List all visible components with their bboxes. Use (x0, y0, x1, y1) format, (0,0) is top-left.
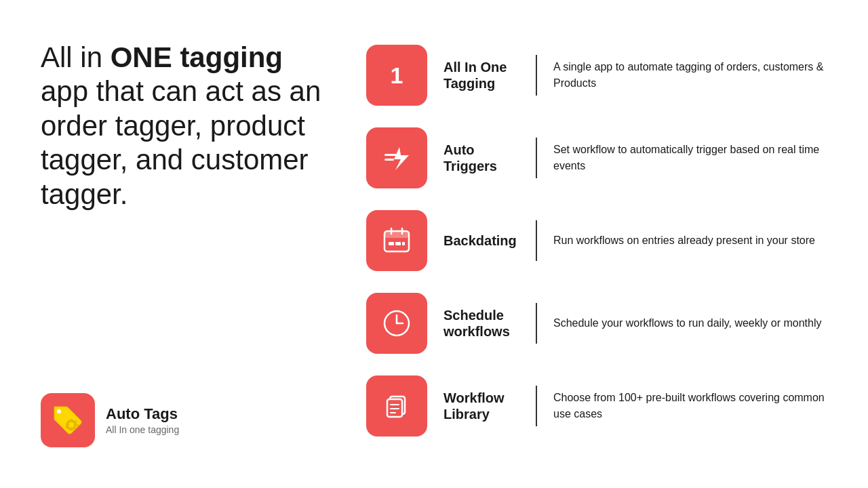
workflow-library-icon-box (366, 375, 427, 436)
schedule-title: Schedule workflows (427, 307, 536, 340)
backdating-desc: Run workflows on entries already present… (537, 232, 827, 249)
app-name: Auto Tags (106, 405, 179, 423)
svg-rect-10 (384, 154, 397, 156)
lightning-icon (380, 142, 413, 174)
svg-text:1: 1 (391, 62, 403, 88)
app-info: Auto Tags All In one tagging (106, 405, 179, 435)
feature-row-auto-triggers: Auto Triggers Set workflow to automatica… (366, 117, 827, 199)
svg-point-0 (57, 409, 61, 413)
svg-rect-14 (384, 231, 409, 238)
svg-rect-17 (389, 242, 394, 245)
feature-row-workflow-library: Workflow Library Choose from 100+ pre-bu… (366, 365, 827, 447)
all-in-one-desc: A single app to automate tagging of orde… (537, 59, 827, 92)
svg-rect-4 (71, 428, 73, 431)
app-tagline: All In one tagging (106, 424, 179, 435)
backdating-icon-box (366, 210, 427, 271)
auto-triggers-title: Auto Triggers (427, 142, 536, 174)
feature-row-schedule: Schedule workflows Schedule your workflo… (366, 282, 827, 365)
svg-rect-19 (402, 242, 405, 245)
feature-row-all-in-one: 1 All In One Tagging A single app to aut… (366, 34, 827, 117)
clock-icon (380, 307, 413, 340)
auto-triggers-icon-box (366, 127, 427, 188)
svg-rect-3 (71, 419, 73, 422)
number-1-icon: 1 (380, 59, 413, 92)
headline-text: app that can act as an order tagger, pro… (41, 75, 321, 209)
app-icon (41, 393, 95, 447)
svg-rect-5 (76, 424, 79, 426)
svg-rect-11 (384, 159, 394, 161)
left-panel: All in ONE tagging app that can act as a… (41, 27, 326, 461)
schedule-icon-box (366, 293, 427, 354)
backdating-title: Backdating (427, 232, 536, 249)
schedule-desc: Schedule your workflows to run daily, we… (537, 315, 827, 331)
calendar-icon (380, 224, 413, 257)
workflow-library-title: Workflow Library (427, 390, 536, 422)
svg-marker-12 (394, 147, 409, 170)
svg-point-2 (68, 422, 74, 428)
svg-rect-18 (395, 242, 401, 245)
main-container: All in ONE tagging app that can act as a… (0, 0, 868, 488)
right-panel: 1 All In One Tagging A single app to aut… (366, 27, 827, 447)
all-in-one-icon-box: 1 (366, 45, 427, 106)
all-in-one-title: All In One Tagging (427, 59, 536, 92)
auto-triggers-desc: Set workflow to automatically trigger ba… (537, 142, 827, 174)
feature-row-backdating: Backdating Run workflows on entries alre… (366, 199, 827, 282)
workflow-library-desc: Choose from 100+ pre-built workflows cov… (537, 390, 827, 422)
headline-bold: ONE tagging (111, 41, 283, 73)
main-headline: All in ONE tagging app that can act as a… (41, 41, 326, 211)
app-branding: Auto Tags All In one tagging (41, 393, 326, 461)
app-logo-icon (51, 403, 85, 437)
copy-icon (380, 390, 413, 422)
